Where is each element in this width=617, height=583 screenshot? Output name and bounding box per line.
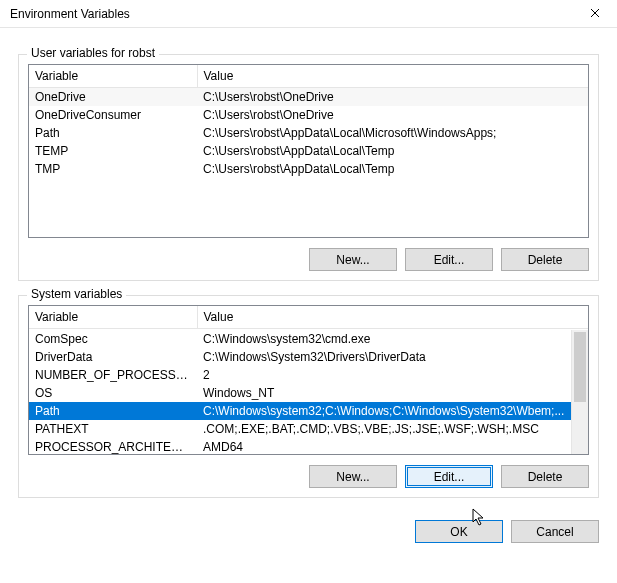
user-edit-button[interactable]: Edit... bbox=[405, 248, 493, 271]
table-row[interactable]: PATHEXT .COM;.EXE;.BAT;.CMD;.VBS;.VBE;.J… bbox=[29, 420, 571, 438]
table-row[interactable]: PROCESSOR_ARCHITECTURE AMD64 bbox=[29, 438, 571, 454]
user-new-button[interactable]: New... bbox=[309, 248, 397, 271]
table-row[interactable]: Path C:\Users\robst\AppData\Local\Micros… bbox=[29, 124, 588, 142]
ok-button[interactable]: OK bbox=[415, 520, 503, 543]
user-variables-table[interactable]: Variable Value OneDrive C:\Users\robst\O… bbox=[28, 64, 589, 238]
dialog-footer: OK Cancel bbox=[0, 508, 617, 543]
table-row[interactable]: TEMP C:\Users\robst\AppData\Local\Temp bbox=[29, 142, 588, 160]
sys-col-variable[interactable]: Variable bbox=[29, 306, 197, 329]
table-row[interactable]: OneDriveConsumer C:\Users\robst\OneDrive bbox=[29, 106, 588, 124]
sys-new-button[interactable]: New... bbox=[309, 465, 397, 488]
scrollbar-thumb[interactable] bbox=[574, 332, 586, 402]
table-row[interactable]: NUMBER_OF_PROCESSORS 2 bbox=[29, 366, 571, 384]
table-row[interactable]: ComSpec C:\Windows\system32\cmd.exe bbox=[29, 330, 571, 348]
close-button[interactable] bbox=[572, 0, 617, 28]
user-buttons-row: New... Edit... Delete bbox=[28, 248, 589, 271]
cancel-button[interactable]: Cancel bbox=[511, 520, 599, 543]
table-row[interactable]: DriverData C:\Windows\System32\Drivers\D… bbox=[29, 348, 571, 366]
sys-col-value[interactable]: Value bbox=[197, 306, 588, 329]
system-variables-label: System variables bbox=[27, 287, 126, 301]
title-bar: Environment Variables bbox=[0, 0, 617, 28]
sys-buttons-row: New... Edit... Delete bbox=[28, 465, 589, 488]
sys-delete-button[interactable]: Delete bbox=[501, 465, 589, 488]
table-row[interactable]: OS Windows_NT bbox=[29, 384, 571, 402]
system-variables-group: System variables Variable Value ComSpec bbox=[18, 295, 599, 498]
sys-edit-button[interactable]: Edit... bbox=[405, 465, 493, 488]
table-row[interactable]: TMP C:\Users\robst\AppData\Local\Temp bbox=[29, 160, 588, 178]
user-delete-button[interactable]: Delete bbox=[501, 248, 589, 271]
window-title: Environment Variables bbox=[10, 7, 130, 21]
dialog-content: User variables for robst Variable Value … bbox=[0, 28, 617, 508]
system-variables-table[interactable]: Variable Value ComSpec C:\Windows\system… bbox=[28, 305, 589, 455]
user-variables-group: User variables for robst Variable Value … bbox=[18, 54, 599, 281]
table-row[interactable]: OneDrive C:\Users\robst\OneDrive bbox=[29, 88, 588, 107]
close-icon bbox=[590, 7, 600, 21]
user-variables-label: User variables for robst bbox=[27, 46, 159, 60]
scrollbar[interactable] bbox=[571, 330, 588, 454]
user-col-value[interactable]: Value bbox=[197, 65, 588, 88]
user-col-variable[interactable]: Variable bbox=[29, 65, 197, 88]
table-row[interactable]: Path C:\Windows\system32;C:\Windows;C:\W… bbox=[29, 402, 571, 420]
